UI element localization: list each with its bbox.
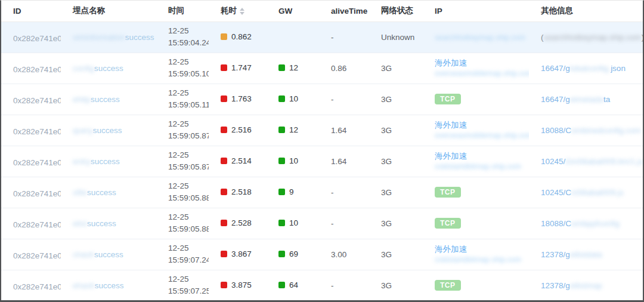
time-clock: 15:59:05.111 [168, 99, 205, 111]
cost-cell: 3.867 [209, 239, 267, 270]
overseas-accel-label[interactable]: 海外加速 [435, 119, 525, 131]
network-status-cell: 3G [369, 146, 423, 177]
time-clock: 15:59:07.250 [168, 285, 205, 297]
cost-value: 2.518 [231, 187, 252, 196]
time-date: 12-25 [168, 118, 205, 130]
table-row[interactable]: 0x282e741e0X entrysuccess 12-25 15:59:05… [1, 146, 643, 177]
network-status-value: 3G [381, 219, 392, 228]
ip-accel-block[interactable]: 海外加速 overseasmobilemap.ship.com [435, 119, 525, 141]
other-info-prefix: 12378/g [541, 250, 570, 259]
event-name-cell[interactable]: ehttpsuccess [61, 84, 156, 115]
cost-status-square [221, 220, 227, 226]
column-header-other: 其他信息 [529, 1, 643, 21]
column-header-label: 耗时 [221, 6, 237, 15]
column-header-label: 埋点名称 [73, 6, 105, 15]
column-header-label: 其他信息 [541, 6, 573, 15]
table-row[interactable]: 0x282e741e0X querysuccess 12-25 15:59:05… [1, 115, 643, 146]
time-date: 12-25 [168, 56, 205, 68]
other-info-cell[interactable]: 16647/getmetadata [529, 84, 643, 115]
table-row[interactable]: 0x282e741e0X configsuccess 12-25 15:59:0… [1, 53, 643, 84]
gw-cell: 64 [267, 270, 319, 301]
ip-accel-block[interactable]: 海外加速 coldstartdbitmap.ship.com [435, 150, 525, 172]
ip-accel-block[interactable]: 海外加速 overseasmobilemap.ship.com [435, 57, 525, 79]
table-row[interactable]: 0x282e741e0X siminformationsuccess 12-25… [1, 21, 643, 53]
network-status-cell: 3G [369, 53, 423, 84]
event-name-redacted: query [73, 126, 93, 135]
tracking-log-table: ID 埋点名称 时间 耗时 GW aliveTime 网络状态 IP 其他信息 … [1, 1, 643, 301]
event-name-cell[interactable]: siminformationsuccess [61, 21, 156, 53]
row-id: 0x282e741e0 [13, 33, 61, 42]
gw-value: 64 [289, 281, 298, 289]
cost-cell: 2.516 [209, 115, 267, 146]
time-cell: 12-25 15:59:07.250 [156, 270, 209, 301]
cost-cell: 2.514 [209, 146, 267, 177]
cost-status-square [221, 251, 227, 257]
table-row[interactable]: 0x282e741e0X ehashsuccess 12-25 15:59:07… [1, 270, 643, 301]
time-cell: 12-25 15:59:04.240 [156, 21, 209, 53]
other-info-prefix: 18088/C [541, 126, 571, 135]
alivetime-value: - [331, 188, 334, 197]
other-info-cell[interactable]: (searchhotkeymap.ship.com)c [529, 21, 643, 53]
tcp-badge: TCP [435, 187, 461, 198]
other-info-cell[interactable]: 16647/globalconfig.json [529, 53, 643, 84]
column-header-time: 时间 [156, 1, 209, 21]
table-row[interactable]: 0x282e741e0X ehttpsuccess 12-25 15:59:05… [1, 84, 643, 115]
cost-value: 2.516 [231, 125, 252, 134]
cost-value: 2.528 [231, 218, 252, 227]
cost-status-square [221, 33, 227, 40]
overseas-accel-label[interactable]: 海外加速 [435, 57, 525, 69]
other-info-cell[interactable]: 18088/Combppfconfig [529, 208, 643, 239]
cost-cell: 0.862 [209, 21, 267, 53]
column-header-gw: GW [267, 1, 319, 21]
other-info-suffix: ta [603, 95, 610, 104]
sort-asc-icon[interactable] [240, 8, 244, 11]
sort-carets-icon[interactable] [240, 8, 244, 15]
network-status-cell: 3G [369, 208, 423, 239]
id-cell: 0x282e741e0X [1, 270, 61, 301]
event-name-cell[interactable]: ehashsuccess [61, 270, 156, 301]
other-info-cell[interactable]: 12378/getlistmap [529, 270, 643, 301]
ip-domain-redacted: overseasmobilemap.ship.com [435, 69, 525, 79]
event-name-cell[interactable]: elistsuccess [61, 208, 156, 239]
table-header: ID 埋点名称 时间 耗时 GW aliveTime 网络状态 IP 其他信息 [1, 1, 643, 21]
alivetime-value: 3.00 [331, 250, 346, 259]
event-name-cell[interactable]: sfilesuccess [61, 177, 156, 208]
other-info-cell[interactable]: 10245/Gm56abal009.lim/1.js [529, 146, 643, 177]
ip-domain-redacted: coldstartdbitmap.ship.com [435, 255, 525, 265]
other-info-prefix: 10245/C [541, 188, 571, 197]
column-header-label: 网络状态 [381, 6, 413, 15]
event-name-cell[interactable]: configsuccess [61, 53, 156, 84]
alivetime-value: - [331, 33, 334, 42]
other-info-prefix: ( [541, 33, 544, 42]
sort-desc-icon[interactable] [240, 12, 244, 15]
column-header-label: GW [278, 7, 292, 16]
other-info-cell[interactable]: 18088/Combinedconfig.com [529, 115, 643, 146]
row-id: 0x282e741e0 [13, 64, 61, 73]
column-header-ip: IP [423, 1, 529, 21]
gw-value: 12 [289, 125, 298, 134]
ip-redacted[interactable]: searchhotkeymap.ship.com [435, 33, 525, 42]
network-status-value: Unknown [381, 33, 414, 42]
time-cell: 12-25 15:59:05.879 [156, 115, 209, 146]
overseas-accel-label[interactable]: 海外加速 [435, 150, 525, 162]
table-row[interactable]: 0x282e741e0X sfilesuccess 12-25 15:59:05… [1, 177, 643, 208]
event-name-cell[interactable]: chashsuccess [61, 239, 156, 270]
other-info-cell[interactable]: 10245/Cm56abal009.js [529, 177, 643, 208]
table-row[interactable]: 0x282e741e0X chashsuccess 12-25 15:59:07… [1, 239, 643, 270]
overseas-accel-label[interactable]: 海外加速 [435, 244, 525, 255]
event-name-redacted: entry [73, 157, 91, 166]
ip-cell: TCP [423, 208, 529, 239]
column-header-label: IP [435, 7, 442, 16]
gw-status-square [278, 282, 285, 288]
other-info-suffix: json [611, 64, 626, 73]
time-date: 12-25 [168, 273, 205, 285]
ip-accel-block[interactable]: 海外加速 coldstartdbitmap.ship.com [435, 244, 525, 265]
event-name-cell[interactable]: querysuccess [61, 115, 156, 146]
row-id: 0x282e741e0 [13, 189, 61, 198]
column-header-label: 时间 [168, 6, 184, 15]
cost-cell: 1.763 [209, 84, 267, 115]
other-info-cell[interactable]: 12378/getlistdata [529, 239, 643, 270]
event-name-cell[interactable]: entrysuccess [61, 146, 156, 177]
time-clock: 15:59:05.879 [168, 161, 205, 173]
table-row[interactable]: 0x282e741e0X elistsuccess 12-25 15:59:05… [1, 208, 643, 239]
